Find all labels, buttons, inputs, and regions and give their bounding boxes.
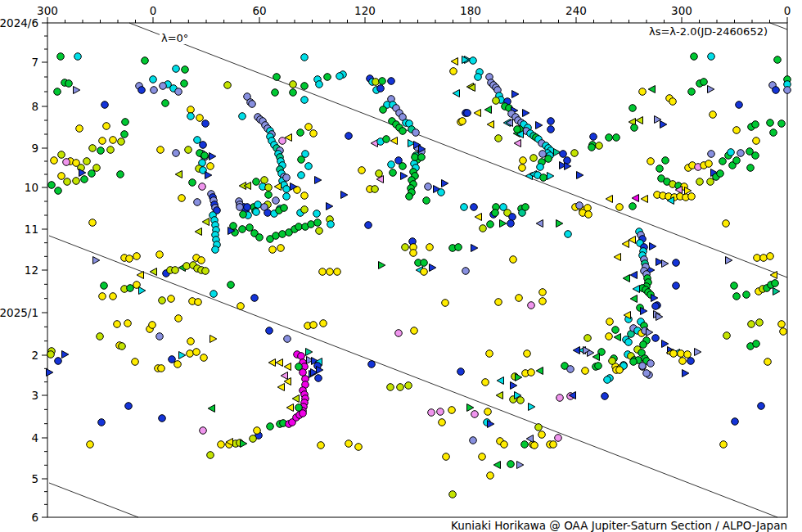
data-point	[719, 158, 727, 165]
data-point	[708, 53, 715, 61]
data-point	[298, 172, 305, 179]
data-point	[74, 53, 82, 61]
data-point	[228, 282, 235, 289]
data-point	[194, 199, 201, 206]
data-point	[743, 291, 750, 299]
data-point	[519, 165, 526, 172]
data-point	[475, 214, 481, 221]
data-point	[622, 241, 629, 248]
data-point	[687, 358, 695, 365]
data-point	[556, 220, 563, 228]
data-point	[295, 223, 303, 231]
data-point	[731, 282, 738, 290]
data-point	[200, 427, 207, 435]
data-point	[89, 145, 97, 152]
data-point	[401, 173, 408, 180]
data-point	[279, 138, 286, 145]
data-point	[345, 440, 353, 448]
data-point	[412, 154, 419, 161]
data-point	[202, 120, 210, 128]
data-point	[87, 441, 94, 449]
data-point	[160, 83, 167, 90]
data-point	[210, 291, 218, 298]
data-point	[767, 119, 774, 127]
data-point	[748, 321, 755, 328]
data-point	[484, 408, 492, 416]
data-point	[58, 151, 65, 159]
data-point	[459, 118, 466, 125]
data-point	[516, 295, 523, 302]
data-point	[567, 366, 574, 373]
data-point	[673, 259, 680, 267]
data-point	[625, 339, 633, 346]
y-tick-label: 5	[31, 472, 38, 485]
data-point	[673, 282, 680, 290]
data-point	[193, 349, 200, 356]
data-point	[202, 268, 210, 275]
data-point	[175, 171, 182, 178]
data-point	[406, 193, 413, 201]
data-point	[528, 369, 535, 376]
y-tick-label: 10	[25, 181, 38, 194]
data-point	[336, 73, 344, 80]
data-point	[98, 419, 106, 426]
data-point	[464, 110, 471, 117]
data-point	[277, 245, 285, 252]
y-tick-label: 2024/6	[0, 16, 38, 29]
data-point	[438, 189, 445, 196]
data-point	[629, 203, 637, 210]
data-point	[241, 440, 247, 448]
data-point	[517, 397, 525, 404]
x-tick-label: 240	[565, 4, 587, 17]
data-point	[540, 174, 547, 182]
data-point	[470, 57, 477, 65]
data-point	[175, 88, 182, 96]
data-point	[707, 178, 714, 186]
data-point	[536, 367, 543, 375]
data-point	[536, 220, 543, 228]
data-point	[539, 289, 547, 296]
data-point	[149, 322, 156, 329]
data-point	[423, 197, 430, 205]
data-point	[62, 351, 69, 358]
data-point	[200, 142, 207, 149]
x-tick-label: 300	[671, 4, 692, 17]
data-point	[520, 157, 527, 165]
data-point	[117, 171, 124, 178]
data-point	[372, 186, 379, 193]
data-point	[462, 268, 470, 275]
data-point	[631, 124, 638, 132]
data-point	[314, 219, 322, 227]
data-point	[493, 462, 500, 469]
data-point	[545, 156, 552, 163]
data-point	[609, 358, 616, 365]
data-point	[281, 372, 287, 380]
data-point	[670, 350, 678, 358]
data-point	[279, 231, 286, 238]
data-point	[571, 150, 579, 157]
data-point	[764, 358, 772, 366]
data-point	[255, 201, 262, 209]
data-point	[283, 186, 291, 193]
data-point	[640, 341, 647, 349]
data-point	[588, 144, 596, 151]
data-point	[669, 98, 677, 106]
data-point	[662, 157, 669, 165]
data-point	[127, 285, 134, 292]
data-point	[531, 442, 538, 449]
data-point	[387, 384, 394, 391]
data-point	[539, 298, 547, 305]
data-point	[218, 441, 225, 449]
data-point	[726, 257, 732, 264]
x-tick-label: 300	[37, 4, 58, 17]
data-point	[451, 58, 457, 65]
y-tick-label: 9	[31, 142, 38, 155]
data-point	[428, 409, 435, 417]
y-tick-label: 2025/1	[0, 306, 38, 319]
data-point	[560, 151, 567, 158]
data-point	[301, 192, 309, 200]
data-point	[305, 124, 313, 131]
data-point	[778, 120, 786, 128]
data-point	[210, 153, 216, 160]
data-point	[93, 165, 101, 172]
